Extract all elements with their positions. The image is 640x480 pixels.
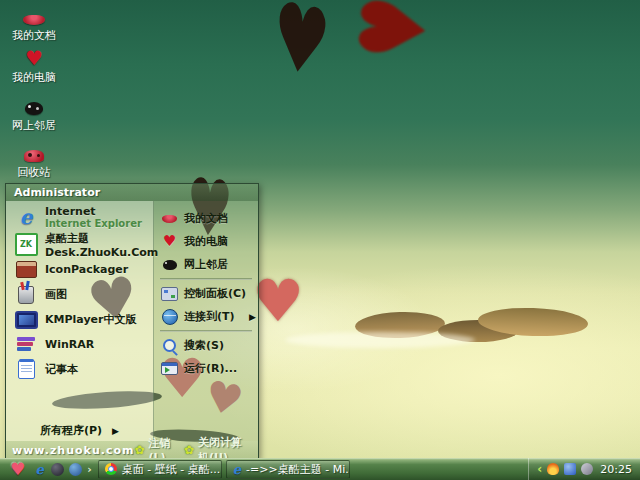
tray-chevron-icon[interactable]: ‹ — [537, 462, 542, 476]
start-button-heart-icon[interactable]: ♥ — [10, 461, 25, 478]
quick-launch-show-desktop-icon[interactable] — [51, 463, 64, 476]
desktop-icon-label: 我的文档 — [6, 28, 62, 43]
menu-item-label: 连接到(T) — [184, 309, 243, 324]
taskbar-clock[interactable]: 20:25 — [600, 463, 632, 476]
start-menu: Administrator e Internet Internet Explor… — [5, 183, 259, 460]
menu-divider — [160, 330, 252, 332]
menu-item-my-computer[interactable]: ♥ 我的电脑 — [154, 230, 258, 253]
quick-launch: e › — [33, 463, 92, 476]
lips-icon — [161, 210, 178, 227]
menu-item-label: 桌酷主题Desk.ZhuoKu.Com — [45, 231, 158, 259]
menu-item-label: 搜索(S) — [184, 338, 224, 353]
tray-flame-icon[interactable] — [547, 463, 559, 475]
desktop-icon-label: 网上邻居 — [6, 118, 62, 133]
car-icon — [24, 150, 44, 162]
menu-item-my-documents[interactable]: 我的文档 — [154, 207, 258, 230]
tray-volume-icon[interactable] — [581, 463, 593, 475]
wallpaper-coin-1 — [355, 310, 446, 339]
menu-item-label: 记事本 — [45, 362, 78, 377]
notepad-icon — [14, 358, 38, 382]
ie-icon: e — [14, 205, 38, 229]
ie-icon: e — [233, 462, 241, 477]
system-tray: ‹ 20:25 — [528, 458, 640, 480]
menu-item-label: 控制面板(C) — [184, 286, 246, 301]
wallpaper-watermark: www.zhuoku.com — [12, 444, 134, 457]
paint-icon — [14, 283, 38, 307]
task-button-label: 桌面 - 壁纸 - 桌酷... — [122, 462, 220, 477]
menu-item-label: KMPlayer中文版 — [45, 312, 136, 327]
search-icon — [161, 337, 178, 354]
task-button-wallpaper-page[interactable]: 桌面 - 壁纸 - 桌酷... — [98, 460, 222, 479]
chrome-icon — [105, 463, 117, 475]
ladybug-icon — [25, 102, 43, 115]
run-icon — [161, 360, 178, 377]
menu-item-paint[interactable]: 画图 — [6, 282, 153, 307]
menu-item-sublabel: Internet Explorer — [45, 218, 142, 229]
start-menu-left-column: e Internet Internet Explorer ZK 桌酷主题Desk… — [6, 201, 154, 441]
wallpaper-light-streak — [285, 332, 475, 348]
desktop-icon-label: 我的电脑 — [6, 70, 62, 85]
menu-item-search[interactable]: 搜索(S) — [154, 334, 258, 357]
desktop-icon-network-places[interactable]: 网上邻居 — [6, 93, 62, 133]
kmplayer-icon — [14, 308, 38, 332]
quick-launch-media-icon[interactable] — [69, 463, 82, 476]
heart-icon: ♥ — [161, 233, 178, 250]
tray-messenger-icon[interactable] — [564, 463, 576, 475]
menu-item-run[interactable]: 运行(R)... — [154, 357, 258, 380]
submenu-arrow-icon: ▶ — [112, 426, 119, 436]
submenu-arrow-icon: ▶ — [249, 312, 256, 322]
wallpaper-coin-2 — [438, 320, 518, 342]
menu-item-label: IconPackager — [45, 263, 128, 276]
menu-divider — [160, 278, 252, 280]
wallpaper-pink-heart-1: ♥ — [252, 272, 304, 330]
wallpaper-red-heart-petal: ♥ — [347, 0, 442, 64]
winrar-icon — [14, 333, 38, 357]
quick-launch-chevron-icon[interactable]: › — [87, 463, 92, 476]
menu-item-label: WinRAR — [45, 338, 94, 351]
all-programs-label: 所有程序(P) — [40, 423, 102, 438]
menu-item-label: 画图 — [45, 287, 67, 302]
menu-item-zhuoku-theme[interactable]: ZK 桌酷主题Desk.ZhuoKu.Com — [6, 232, 153, 257]
menu-item-kmplayer[interactable]: KMPlayer中文版 — [6, 307, 153, 332]
all-programs-button[interactable]: 所有程序(P) ▶ — [6, 423, 153, 438]
menu-item-notepad[interactable]: 记事本 — [6, 357, 153, 382]
desktop-icon-my-documents[interactable]: 我的文档 — [6, 3, 62, 43]
connect-globe-icon — [161, 308, 178, 325]
desktop-icon-label: 回收站 — [6, 165, 62, 180]
desktop-wallpaper: ♥ ♥ ♥ ♥ ♥ ♥ ♥ 我的文档 ♥ 我的电脑 网上邻居 回收站 Admin… — [0, 0, 640, 458]
control-panel-icon — [161, 285, 178, 302]
menu-item-connect-to[interactable]: 连接到(T) ▶ — [154, 305, 258, 328]
desktop-icon-my-computer[interactable]: ♥ 我的电脑 — [6, 45, 62, 85]
menu-item-label: Internet — [45, 205, 142, 218]
wallpaper-coin-3 — [478, 306, 589, 338]
task-button-zhuoku-theme[interactable]: e -=>>桌酷主题 - Mi... — [226, 460, 350, 479]
menu-item-label: 网上邻居 — [184, 257, 228, 272]
menu-item-label: 运行(R)... — [184, 361, 237, 376]
zhuoku-theme-icon: ZK — [14, 233, 38, 257]
start-menu-right-column: 我的文档 ♥ 我的电脑 网上邻居 控制面板(C) 连接到(T) — [154, 201, 258, 441]
menu-item-label: 我的文档 — [184, 211, 228, 226]
desktop-icon-recycle-bin[interactable]: 回收站 — [6, 140, 62, 180]
menu-item-network-places[interactable]: 网上邻居 — [154, 253, 258, 276]
wallpaper-dark-heart-petal: ♥ — [268, 0, 334, 92]
taskbar: ♥ e › 桌面 - 壁纸 - 桌酷... e -=>>桌酷主题 - Mi...… — [0, 458, 640, 480]
menu-item-control-panel[interactable]: 控制面板(C) — [154, 282, 258, 305]
task-button-label: -=>>桌酷主题 - Mi... — [246, 462, 350, 477]
heart-icon: ♥ — [25, 49, 43, 67]
menu-item-winrar[interactable]: WinRAR — [6, 332, 153, 357]
start-menu-user: Administrator — [6, 184, 258, 201]
lips-icon — [23, 15, 45, 25]
flower-icon: ✿ — [184, 444, 194, 456]
menu-item-label: 我的电脑 — [184, 234, 228, 249]
flower-icon: ✿ — [134, 444, 144, 456]
ladybug-icon — [161, 256, 178, 273]
iconpackager-icon — [14, 258, 38, 282]
quick-launch-ie-icon[interactable]: e — [33, 463, 46, 476]
menu-item-iconpackager[interactable]: IconPackager — [6, 257, 153, 282]
start-menu-footer: www.zhuoku.com ✿ 注销(L) ✿ 关闭计算机(U) — [6, 441, 258, 459]
menu-item-internet[interactable]: e Internet Internet Explorer — [6, 201, 153, 232]
